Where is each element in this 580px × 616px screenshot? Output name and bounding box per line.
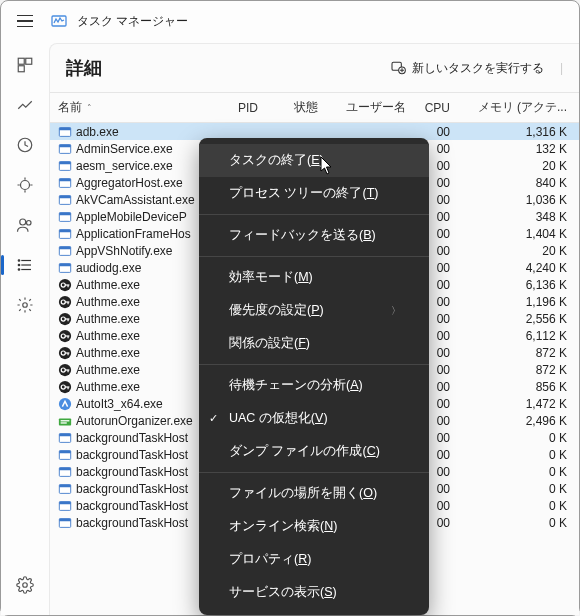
- sidebar-details[interactable]: [5, 247, 45, 283]
- process-name: AutoIt3_x64.exe: [76, 397, 163, 411]
- svg-rect-29: [59, 195, 70, 198]
- process-name: AggregatorHost.exe: [76, 176, 183, 190]
- process-memory: 840 K: [458, 174, 579, 191]
- process-name: backgroundTaskHost: [76, 499, 188, 513]
- process-icon: [58, 210, 72, 224]
- svg-rect-31: [59, 212, 70, 215]
- process-name: Authme.exe: [76, 363, 140, 377]
- process-memory: 0 K: [458, 480, 579, 497]
- process-memory: 2,556 K: [458, 310, 579, 327]
- process-icon: [58, 397, 72, 411]
- menu-item[interactable]: 効率モード(M): [199, 261, 429, 294]
- menu-item[interactable]: オンライン検索(N): [199, 510, 429, 543]
- process-memory: 872 K: [458, 344, 579, 361]
- menu-item[interactable]: ダンプ ファイルの作成(C): [199, 435, 429, 468]
- menu-item-label: ファイルの場所を開く(O): [229, 485, 377, 502]
- svg-rect-79: [59, 501, 70, 504]
- process-name: backgroundTaskHost: [76, 465, 188, 479]
- menu-separator: [199, 364, 429, 365]
- process-icon: [58, 312, 72, 326]
- sidebar-settings[interactable]: [5, 567, 45, 603]
- sidebar-performance[interactable]: [5, 87, 45, 123]
- process-memory: 856 K: [458, 378, 579, 395]
- process-icon: [58, 516, 72, 530]
- process-name: backgroundTaskHost: [76, 482, 188, 496]
- process-name: AutorunOrganizer.exe: [76, 414, 193, 428]
- col-header-status[interactable]: 状態: [286, 93, 338, 123]
- col-header-name[interactable]: 名前 ˄: [50, 93, 230, 123]
- menu-item[interactable]: サービスの表示(S): [199, 576, 429, 609]
- context-menu: タスクの終了(E)プロセス ツリーの終了(T)フィードバックを送る(B)効率モー…: [199, 138, 429, 615]
- process-icon: [58, 244, 72, 258]
- process-memory: 1,404 K: [458, 225, 579, 242]
- process-icon: [58, 380, 72, 394]
- process-memory: 872 K: [458, 361, 579, 378]
- svg-point-11: [18, 260, 20, 262]
- process-memory: 348 K: [458, 208, 579, 225]
- sidebar-services[interactable]: [5, 287, 45, 323]
- svg-rect-71: [59, 433, 70, 436]
- svg-rect-23: [59, 144, 70, 147]
- process-name: audiodg.exe: [76, 261, 141, 275]
- task-manager-icon: [51, 13, 67, 29]
- process-name: Authme.exe: [76, 278, 140, 292]
- process-name: backgroundTaskHost: [76, 448, 188, 462]
- table-header-row: 名前 ˄ PID 状態 ユーザー名 CPU メモリ (アクテ...: [50, 93, 579, 123]
- process-memory: 6,136 K: [458, 276, 579, 293]
- process-icon: [58, 227, 72, 241]
- menu-item[interactable]: 待機チェーンの分析(A): [199, 369, 429, 402]
- sidebar: [1, 41, 49, 615]
- process-name: adb.exe: [76, 125, 119, 139]
- process-memory: 0 K: [458, 514, 579, 531]
- process-name: AkVCamAssistant.exe: [76, 193, 195, 207]
- svg-rect-1: [18, 58, 24, 64]
- process-name: Authme.exe: [76, 312, 140, 326]
- process-memory: 20 K: [458, 242, 579, 259]
- menu-item[interactable]: 関係の設定(F): [199, 327, 429, 360]
- process-memory: 6,112 K: [458, 327, 579, 344]
- process-name: aesm_service.exe: [76, 159, 173, 173]
- col-header-pid[interactable]: PID: [230, 93, 286, 123]
- process-icon: [58, 499, 72, 513]
- process-icon: [58, 125, 72, 139]
- menu-item[interactable]: タスクの終了(E): [199, 144, 429, 177]
- sidebar-users[interactable]: [5, 207, 45, 243]
- process-name: ApplicationFrameHos: [76, 227, 191, 241]
- process-name: backgroundTaskHost: [76, 516, 188, 530]
- menu-item[interactable]: プロセス ツリーの終了(T): [199, 177, 429, 210]
- col-header-cpu[interactable]: CPU: [414, 93, 458, 123]
- menu-item[interactable]: ✓UAC の仮想化(V): [199, 402, 429, 435]
- svg-rect-68: [61, 420, 70, 421]
- sidebar-app-history[interactable]: [5, 127, 45, 163]
- run-new-task-button[interactable]: 新しいタスクを実行する: [390, 59, 544, 78]
- menu-item[interactable]: 優先度の設定(P)〉: [199, 294, 429, 327]
- header-row: 詳細 新しいタスクを実行する |: [50, 44, 579, 92]
- process-icon: [58, 193, 72, 207]
- process-memory: 0 K: [458, 497, 579, 514]
- menu-item[interactable]: プロパティ(R): [199, 543, 429, 576]
- process-memory: 132 K: [458, 140, 579, 157]
- svg-rect-69: [61, 422, 67, 423]
- menu-item[interactable]: ファイルの場所を開く(O): [199, 477, 429, 510]
- col-header-memory[interactable]: メモリ (アクテ...: [458, 93, 579, 123]
- process-name: Authme.exe: [76, 346, 140, 360]
- process-memory: 1,316 K: [458, 123, 579, 141]
- menu-separator: [199, 214, 429, 215]
- svg-point-5: [21, 181, 30, 190]
- process-name: Authme.exe: [76, 295, 140, 309]
- sort-indicator-icon: ˄: [84, 103, 92, 113]
- header-divider: |: [560, 61, 563, 75]
- process-name: backgroundTaskHost: [76, 431, 188, 445]
- menu-separator: [199, 472, 429, 473]
- hamburger-menu-button[interactable]: [9, 5, 41, 37]
- svg-point-14: [23, 303, 28, 308]
- sidebar-startup[interactable]: [5, 167, 45, 203]
- menu-item[interactable]: フィードバックを送る(B): [199, 219, 429, 252]
- svg-rect-33: [59, 229, 70, 232]
- menu-item-label: UAC の仮想化(V): [229, 410, 328, 427]
- process-memory: 0 K: [458, 463, 579, 480]
- svg-rect-2: [26, 58, 32, 64]
- col-header-user[interactable]: ユーザー名: [338, 93, 414, 123]
- sidebar-processes[interactable]: [5, 47, 45, 83]
- svg-rect-77: [59, 484, 70, 487]
